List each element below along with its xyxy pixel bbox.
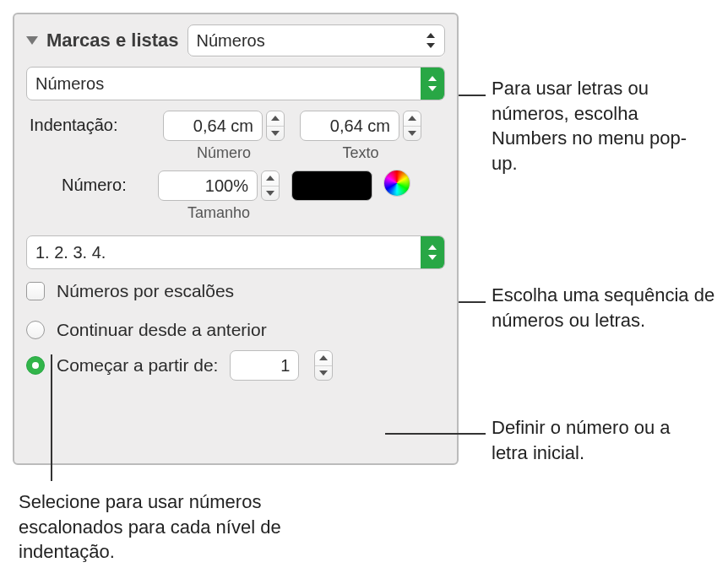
bullets-lists-panel: Marcas e listas Números Números Indentaç…	[13, 13, 459, 465]
continue-previous-radio[interactable]	[26, 321, 45, 339]
stepper-down-icon[interactable]	[404, 127, 421, 141]
indent-text-block: Texto	[300, 111, 421, 162]
tiered-numbers-checkbox[interactable]	[26, 282, 45, 300]
list-style-label: Números	[35, 74, 421, 94]
list-style-popup[interactable]: Números	[26, 67, 445, 100]
number-size-group	[158, 170, 280, 201]
stepper-up-icon[interactable]	[267, 111, 284, 127]
section-title: Marcas e listas	[46, 30, 179, 51]
stepper-down-icon[interactable]	[267, 127, 284, 141]
callout-line	[385, 433, 486, 435]
number-size-stepper[interactable]	[261, 170, 280, 201]
indent-row: Indentação: Número Texto	[26, 111, 445, 162]
list-type-popup-label: Números	[197, 31, 426, 51]
number-row: Número: Tamanho	[26, 170, 445, 222]
number-color-well[interactable]	[291, 170, 372, 201]
number-sequence-popup[interactable]: 1. 2. 3. 4.	[26, 235, 445, 269]
indent-number-block: Número	[163, 111, 285, 162]
stepper-down-icon[interactable]	[315, 366, 332, 381]
number-size-block: Tamanho	[158, 170, 280, 222]
tiered-numbers-row: Números por escalões	[26, 281, 445, 301]
indent-text-caption: Texto	[342, 144, 378, 162]
start-from-stepper[interactable]	[314, 350, 333, 381]
callout-line	[51, 354, 52, 481]
callout-line	[459, 301, 486, 303]
indent-text-stepper[interactable]	[403, 111, 421, 141]
start-from-radio[interactable]	[26, 356, 45, 375]
indent-label: Indentação:	[30, 111, 148, 135]
start-from-field[interactable]	[230, 350, 299, 381]
number-sequence-label: 1. 2. 3. 4.	[35, 243, 421, 262]
callout-style: Para usar letras ou números, escolha Num…	[492, 76, 711, 176]
stepper-down-icon[interactable]	[262, 187, 279, 201]
indent-number-group	[163, 111, 285, 141]
tiered-numbers-label: Números por escalões	[57, 281, 234, 301]
indent-text-field[interactable]	[300, 111, 399, 141]
number-size-label: Número:	[62, 170, 146, 195]
number-size-field[interactable]	[158, 170, 258, 201]
indent-number-caption: Número	[197, 144, 251, 162]
start-from-label: Começar a partir de:	[57, 355, 218, 376]
stepper-up-icon[interactable]	[404, 111, 421, 127]
stepper-up-icon[interactable]	[315, 351, 332, 366]
section-header: Marcas e listas Números	[26, 24, 445, 57]
callout-startfrom: Definir o número ou a letra inicial.	[492, 415, 709, 465]
callout-line	[459, 95, 486, 96]
popup-cap	[421, 68, 444, 100]
callout-tiered: Selecione para usar números escalonados …	[19, 489, 306, 565]
number-size-caption: Tamanho	[187, 204, 250, 222]
color-wheel-icon[interactable]	[384, 170, 410, 196]
continue-previous-label: Continuar desde a anterior	[57, 320, 267, 340]
indent-number-field[interactable]	[163, 111, 263, 141]
list-type-popup[interactable]: Números	[187, 24, 445, 57]
stepper-up-icon[interactable]	[262, 171, 279, 187]
continue-previous-row: Continuar desde a anterior	[26, 320, 445, 340]
popup-cap	[421, 236, 444, 268]
indent-number-stepper[interactable]	[266, 111, 285, 141]
start-from-row: Começar a partir de:	[26, 350, 445, 381]
options-block: Números por escalões Continuar desde a a…	[26, 281, 445, 381]
callout-sequence: Escolha uma sequência de números ou letr…	[492, 283, 720, 333]
disclosure-triangle-icon[interactable]	[26, 36, 38, 45]
indent-text-group	[300, 111, 421, 141]
